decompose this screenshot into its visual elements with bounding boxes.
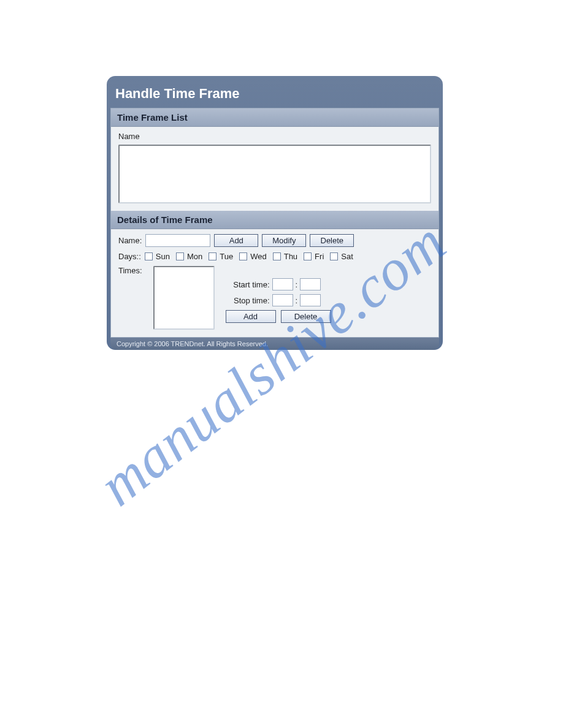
time-frame-list-body: Name [111,127,439,211]
checkbox-thu[interactable] [273,252,281,260]
day-sun: Sun [145,252,170,261]
day-tue: Tue [209,252,233,261]
details-body: Name: Add Modify Delete Days:: Sun Mon [111,229,439,337]
time-frame-list[interactable] [118,145,431,203]
time-fields: Start time: : Stop time: : Add Delete [226,266,331,323]
stop-min-input[interactable] [300,294,321,306]
checkbox-sun[interactable] [145,252,153,260]
start-time-label: Start time: [226,280,270,289]
name-row: Name: Add Modify Delete [118,234,431,247]
panel-content: Time Frame List Name Details of Time Fra… [110,108,439,338]
time-add-button[interactable]: Add [226,310,276,323]
footer-bar: Copyright © 2006 TRENDnet. All Rights Re… [110,338,439,350]
copyright-text: Copyright © 2006 TRENDnet. All Rights Re… [117,340,268,347]
times-list[interactable] [153,266,215,330]
day-wed: Wed [239,252,267,261]
name-label: Name: [118,236,142,245]
modify-button[interactable]: Modify [262,234,306,247]
day-label-sun: Sun [156,252,170,261]
checkbox-tue[interactable] [209,252,216,260]
checkbox-mon[interactable] [176,252,184,260]
day-sat: Sat [330,252,353,261]
day-label-fri: Fri [315,252,324,261]
stop-time-label: Stop time: [226,296,270,305]
add-button[interactable]: Add [214,234,258,247]
times-row: Times: Start time: : Stop time: : [118,266,431,330]
panel-title: Handle Time Frame [110,80,439,108]
details-header: Details of Time Frame [111,211,439,229]
config-panel: Handle Time Frame Time Frame List Name D… [107,76,443,350]
name-column-label: Name [118,132,140,141]
days-row: Days:: Sun Mon Tue Wed [118,252,431,261]
stop-time-row: Stop time: : [226,294,331,306]
day-thu: Thu [273,252,297,261]
time-frame-list-header: Time Frame List [111,108,439,127]
times-label: Times: [118,266,142,275]
start-min-input[interactable] [300,278,321,290]
days-label: Days:: [118,252,141,261]
time-buttons: Add Delete [226,310,331,323]
stop-hour-input[interactable] [272,294,293,306]
day-mon: Mon [176,252,202,261]
checkbox-wed[interactable] [239,252,247,260]
start-time-row: Start time: : [226,278,331,290]
day-label-wed: Wed [250,252,267,261]
day-fri: Fri [304,252,324,261]
delete-button[interactable]: Delete [310,234,354,247]
checkbox-sat[interactable] [330,252,338,260]
time-colon-1: : [296,280,298,289]
day-label-sat: Sat [341,252,353,261]
day-label-thu: Thu [284,252,297,261]
time-delete-button[interactable]: Delete [281,310,331,323]
checkbox-fri[interactable] [304,252,312,260]
time-colon-2: : [296,296,298,305]
day-label-mon: Mon [187,252,202,261]
name-input[interactable] [145,234,210,247]
day-label-tue: Tue [220,252,233,261]
start-hour-input[interactable] [272,278,293,290]
